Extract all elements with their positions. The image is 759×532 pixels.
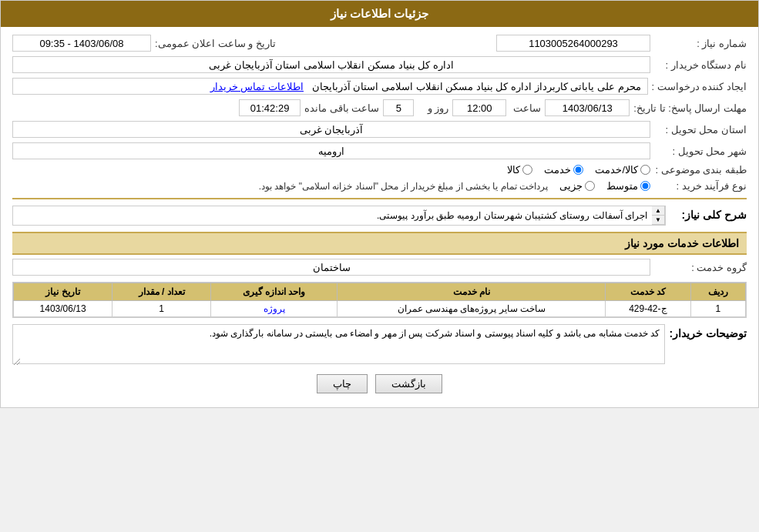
- cell-unit: پروژه: [211, 301, 338, 317]
- page-header: جزئیات اطلاعات نیاز: [1, 1, 758, 27]
- table-header-row: ردیف کد خدمت نام خدمت واحد اندازه گیری ت…: [14, 283, 746, 301]
- description-label: شرح کلی نیاز:: [670, 206, 747, 221]
- services-section-title: اطلاعات خدمات مورد نیاز: [12, 232, 747, 255]
- category-option-khedmat[interactable]: خدمت: [544, 164, 583, 176]
- category-radio-kala-khedmat[interactable]: [640, 165, 650, 175]
- buyer-org-value: اداره کل بنیاد مسکن انقلاب اسلامی استان …: [12, 56, 650, 73]
- purchase-option-jozi[interactable]: جزیی: [559, 180, 595, 192]
- divider-1: [12, 198, 747, 199]
- need-number-label: شماره نیاز :: [654, 38, 747, 49]
- purchase-radio-jozi[interactable]: [585, 181, 595, 191]
- cell-service-name: ساخت سایر پروژه‌های مهندسی عمران: [338, 301, 606, 317]
- category-radio-kala[interactable]: [522, 165, 532, 175]
- cell-quantity: 1: [113, 301, 211, 317]
- scroll-up-arrow[interactable]: ▲: [652, 206, 664, 216]
- public-notice-label: تاریخ و ساعت اعلان عمومی:: [155, 38, 276, 49]
- col-unit: واحد اندازه گیری: [211, 283, 338, 301]
- city-row: شهر محل تحویل : ارومیه: [12, 142, 747, 159]
- col-service-code: کد خدمت: [606, 283, 690, 301]
- buyer-notes-textarea[interactable]: کد خدمت مشابه می باشد و کلیه اسناد پیوست…: [12, 324, 665, 364]
- send-date-label: مهلت ارسال پاسخ: تا تاریخ:: [633, 102, 747, 114]
- purchase-radio-group: متوسط جزیی: [559, 180, 650, 192]
- buyer-notes-label: توضیحات خریدار:: [669, 324, 747, 340]
- send-day-label: روز و: [418, 102, 448, 114]
- cell-service-code: ج-42-429: [606, 301, 690, 317]
- description-text: اجرای آسفالت روستای کشتیبان شهرستان اروم…: [13, 207, 652, 224]
- send-remaining-value: 01:42:29: [239, 99, 301, 116]
- back-button[interactable]: بازگشت: [375, 374, 442, 393]
- notes-textarea-wrapper: کد خدمت مشابه می باشد و کلیه اسناد پیوست…: [12, 324, 665, 366]
- city-value: ارومیه: [12, 142, 650, 159]
- buyer-notes-section: توضیحات خریدار: کد خدمت مشابه می باشد و …: [12, 324, 747, 366]
- group-service-value: ساختمان: [12, 259, 650, 276]
- send-time-value: 12:00: [452, 99, 506, 116]
- category-row: طبقه بندی موضوعی : کالا/خدمت خدمت کالا: [12, 164, 747, 176]
- need-number-value: 1103005264000293: [496, 35, 650, 52]
- creator-row: ایجاد کننده درخواست : محرم علی یاباتی کا…: [12, 78, 747, 95]
- category-label-kala: کالا: [507, 164, 520, 176]
- col-quantity: تعداد / مقدار: [113, 283, 211, 301]
- purchase-radio-motavasset[interactable]: [640, 181, 650, 191]
- public-notice-value: 1403/06/08 - 09:35: [12, 35, 151, 52]
- category-label-kala-khedmat: کالا/خدمت: [595, 164, 638, 176]
- print-button[interactable]: چاپ: [317, 374, 368, 393]
- category-option-kala[interactable]: کالا: [507, 164, 532, 176]
- buttons-row: بازگشت چاپ: [12, 374, 747, 393]
- category-label: طبقه بندی موضوعی :: [654, 164, 747, 176]
- resize-handle: [12, 357, 22, 366]
- creator-contact-link[interactable]: اطلاعات تماس خریدار: [210, 81, 304, 92]
- purchase-type-label: نوع فرآیند خرید :: [654, 180, 747, 192]
- group-service-row: گروه خدمت : ساختمان: [12, 259, 747, 276]
- table-row: 1 ج-42-429 ساخت سایر پروژه‌های مهندسی عم…: [14, 301, 746, 317]
- creator-label: ایجاد کننده درخواست :: [652, 81, 747, 92]
- send-remaining-label: ساعت باقی مانده: [304, 102, 379, 114]
- send-time-label: ساعت: [510, 102, 541, 114]
- description-section: شرح کلی نیاز: ▲ ▼ اجرای آسفالت روستای کش…: [12, 206, 747, 226]
- province-label: استان محل تحویل :: [654, 124, 747, 136]
- col-row-num: ردیف: [690, 283, 745, 301]
- cell-row-num: 1: [690, 301, 745, 317]
- description-content-box: ▲ ▼ اجرای آسفالت روستای کشتیبان شهرستان …: [12, 206, 666, 226]
- buyer-org-label: نام دستگاه خریدار :: [654, 59, 747, 71]
- col-date: تاریخ نیاز: [14, 283, 113, 301]
- purchase-option-motavasset[interactable]: متوسط: [606, 180, 650, 192]
- province-value: آذربایجان غربی: [12, 121, 650, 138]
- buyer-org-row: نام دستگاه خریدار : اداره کل بنیاد مسکن …: [12, 56, 747, 73]
- city-label: شهر محل تحویل :: [654, 146, 747, 157]
- purchase-type-row: نوع فرآیند خرید : متوسط جزیی پرداخت تمام…: [12, 180, 747, 192]
- main-content: شماره نیاز : 1103005264000293 تاریخ و سا…: [1, 27, 758, 407]
- purchase-label-jozi: جزیی: [559, 180, 583, 192]
- send-date-value: 1403/06/13: [545, 99, 630, 116]
- services-table-container: ردیف کد خدمت نام خدمت واحد اندازه گیری ت…: [12, 282, 747, 318]
- col-service-name: نام خدمت: [338, 283, 606, 301]
- category-label-khedmat: خدمت: [544, 164, 571, 176]
- purchase-label-motavasset: متوسط: [606, 180, 638, 192]
- purchase-note: پرداخت تمام یا بخشی از مبلغ خریدار از مح…: [259, 181, 548, 192]
- services-table: ردیف کد خدمت نام خدمت واحد اندازه گیری ت…: [13, 283, 746, 317]
- category-option-kala-khedmat[interactable]: کالا/خدمت: [595, 164, 650, 176]
- category-radio-group: کالا/خدمت خدمت کالا: [507, 164, 650, 176]
- scroll-down-arrow[interactable]: ▼: [652, 216, 664, 225]
- send-date-row: مهلت ارسال پاسخ: تا تاریخ: 1403/06/13 سا…: [12, 99, 747, 116]
- creator-value: محرم علی یاباتی کاربرداز اداره کل بنیاد …: [12, 78, 648, 95]
- send-day-value: 5: [383, 99, 414, 116]
- province-row: استان محل تحویل : آذربایجان غربی: [12, 121, 747, 138]
- need-number-row: شماره نیاز : 1103005264000293 تاریخ و سا…: [12, 35, 747, 52]
- page-title: جزئیات اطلاعات نیاز: [331, 7, 428, 20]
- group-service-label: گروه خدمت :: [654, 262, 747, 273]
- page-wrapper: جزئیات اطلاعات نیاز شماره نیاز : 1103005…: [0, 0, 759, 408]
- cell-date: 1403/06/13: [14, 301, 113, 317]
- category-radio-khedmat[interactable]: [573, 165, 583, 175]
- scroll-arrows[interactable]: ▲ ▼: [652, 206, 665, 225]
